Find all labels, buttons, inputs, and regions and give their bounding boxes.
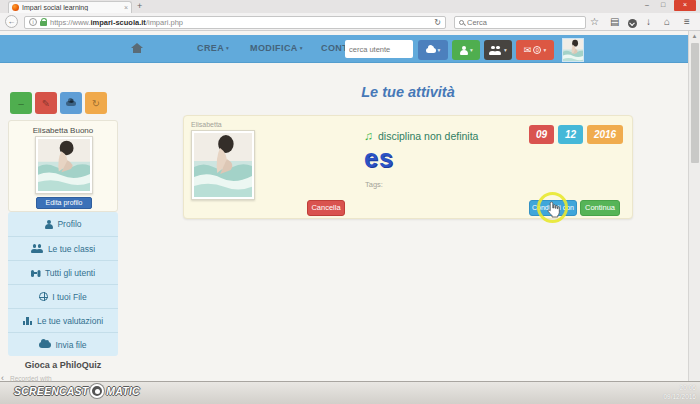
browser-tab[interactable]: Impari social learning × (8, 1, 132, 13)
clock-date[interactable]: 09/12/2016 (646, 393, 696, 400)
nav-menu-modifica[interactable]: MODIFICA▾ (250, 43, 303, 53)
page-scrollbar[interactable]: ▲ (688, 31, 700, 381)
url-bar[interactable]: i https://www.impari-scuola.it/impari.ph… (24, 16, 446, 29)
browser-search-box[interactable] (454, 16, 586, 29)
cloud-icon (66, 101, 76, 106)
watermark-text-left: SCREENCAST (14, 385, 88, 397)
sidebar-action-green-button[interactable]: – (10, 92, 32, 114)
chevron-down-icon: ▾ (300, 45, 303, 51)
library-icon[interactable]: ▤ (610, 17, 619, 27)
sidebar-item-label: Le tue valutazioni (37, 316, 103, 326)
scroll-up-icon[interactable]: ▲ (689, 33, 700, 39)
url-path: /impari.php (146, 18, 183, 27)
bookmark-star-icon[interactable]: ☆ (590, 17, 599, 27)
browser-search-input[interactable] (467, 18, 581, 27)
groups-menu-button[interactable]: ▾ (484, 40, 512, 60)
reload-icon[interactable]: ↻ (434, 18, 441, 27)
search-icon (459, 20, 464, 25)
browser-home-icon[interactable]: ⌂ (664, 17, 670, 27)
minus-icon: – (18, 98, 24, 109)
profile-menu-button[interactable]: ▾ (452, 40, 480, 60)
header-avatar[interactable] (562, 38, 584, 62)
recorded-with-label: Recorded with (10, 375, 52, 382)
mouse-cursor (547, 201, 560, 222)
nav-label: MODIFICA (250, 43, 298, 53)
watermark-text-right: MATIC (106, 385, 139, 397)
sidebar-item-utenti[interactable]: Tutti gli utenti (8, 260, 118, 284)
window-minimize-button[interactable]: – (640, 0, 654, 11)
sidebar-item-label: I tuoi File (52, 292, 87, 302)
philoquiz-link[interactable]: Gioca a PhiloQuiz (8, 360, 118, 370)
sidebar-action-refresh-button[interactable]: ↻ (85, 92, 107, 114)
tags-label: Tags: (365, 180, 383, 189)
activity-author: Elisabetta (191, 121, 222, 128)
chevron-down-icon: ▾ (226, 45, 229, 51)
sidebar-item-profilo[interactable]: Profilo (8, 212, 118, 236)
continue-button[interactable]: Continua (580, 200, 620, 216)
back-button[interactable]: ← (5, 15, 18, 28)
tab-title: Impari social learning (22, 4, 121, 11)
site-navbar: CREA▾ MODIFICA▾ CONTENUTI▾ ▾ ▾ ▾ ✉0▾ (0, 35, 688, 63)
nav-home-icon[interactable] (131, 43, 143, 54)
watermark-logo-icon (90, 384, 104, 398)
window-close-button[interactable]: × (674, 0, 696, 11)
sidebar-item-label: Le tue classi (48, 244, 95, 254)
date-month-badge: 12 (558, 125, 583, 144)
chevron-down-icon: ▾ (470, 47, 473, 53)
window-restore-button[interactable]: □ (656, 0, 670, 11)
url-text: https://www.impari-scuola.it/impari.php (50, 18, 431, 27)
pencil-icon: ✎ (42, 98, 50, 109)
new-tab-button[interactable]: + (137, 2, 142, 11)
site-info-icon[interactable]: i (29, 18, 37, 26)
https-lock-icon (40, 21, 47, 26)
sidebar-item-valutazioni[interactable]: Le tue valutazioni (8, 308, 118, 332)
binoculars-icon (31, 269, 41, 277)
download-icon[interactable]: ↓ (646, 17, 651, 27)
nav-menu-crea[interactable]: CREA▾ (197, 43, 229, 53)
cancel-button[interactable]: Cancella (307, 200, 345, 216)
sidebar-item-invia-file[interactable]: Invia file (8, 332, 118, 356)
sidebar-menu: Profilo Le tue classi Tutti gli utenti I… (8, 212, 118, 356)
chevron-down-icon: ▾ (504, 47, 507, 53)
user-search-input[interactable] (349, 45, 409, 54)
scrollbar-thumb[interactable] (691, 43, 699, 163)
cloud-upload-icon (39, 342, 51, 348)
content-logo: es (364, 146, 394, 171)
bar-chart-icon (23, 316, 33, 325)
chevron-down-icon: ▾ (438, 47, 441, 53)
clock-time[interactable]: 20:06 (656, 384, 696, 391)
edit-profile-button[interactable]: Edita profilo (36, 197, 92, 209)
refresh-icon: ↻ (92, 98, 100, 109)
nav-label: CREA (197, 43, 224, 53)
messages-menu-button[interactable]: ✉0▾ (516, 40, 554, 60)
sidebar-item-classi[interactable]: Le tue classi (8, 236, 118, 260)
music-note-icon: ♫ (364, 130, 373, 142)
users-icon (489, 46, 502, 55)
sidebar-action-cloud-button[interactable] (60, 92, 82, 114)
user-search-box[interactable] (345, 40, 413, 58)
cloud-menu-button[interactable]: ▾ (418, 40, 448, 60)
user-icon (44, 220, 53, 229)
sidebar-item-label: Invia file (55, 340, 86, 350)
sidebar-item-file[interactable]: I tuoi File (8, 284, 118, 308)
firefox-favicon-icon (12, 4, 19, 11)
tab-close-icon[interactable]: × (124, 4, 128, 11)
page-title: Le tue attività (183, 84, 633, 100)
pocket-icon[interactable] (628, 19, 637, 28)
screen: Impari social learning × + – □ × ← i htt… (0, 0, 700, 404)
screencastomatic-watermark: SCREENCAST MATIC (14, 384, 140, 398)
cloud-icon (426, 48, 436, 53)
hamburger-menu-icon[interactable]: ≡ (684, 17, 690, 27)
chevron-down-icon: ▾ (543, 47, 546, 53)
user-icon (459, 46, 468, 55)
activity-thumbnail[interactable] (191, 130, 255, 200)
date-year-badge: 2016 (587, 125, 623, 144)
sidebar-action-edit-button[interactable]: ✎ (35, 92, 57, 114)
browser-toolbar: ← i https://www.impari-scuola.it/impari.… (0, 13, 700, 31)
sidebar-item-label: Tutti gli utenti (45, 268, 95, 278)
discipline-label: disciplina non definita (378, 130, 478, 142)
activity-discipline-row: ♫ disciplina non definita (364, 130, 478, 142)
browser-tab-strip: Impari social learning × + – □ × (0, 0, 700, 13)
date-day-badge: 09 (529, 125, 554, 144)
users-icon (31, 244, 44, 253)
